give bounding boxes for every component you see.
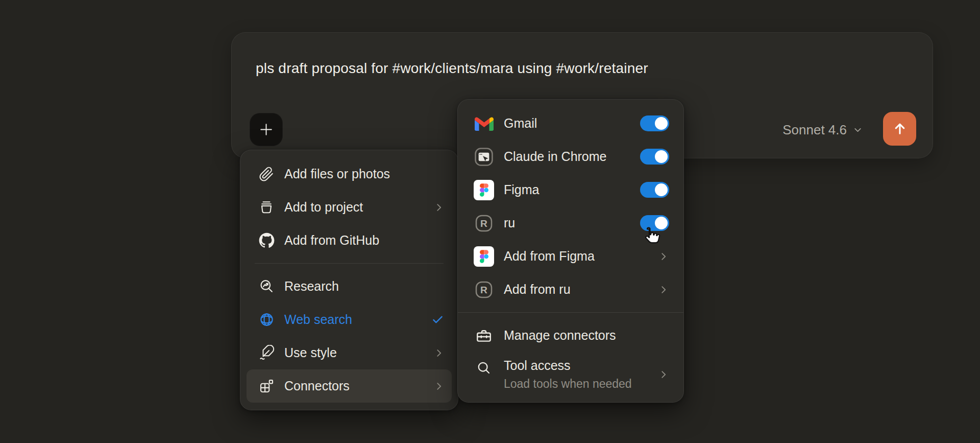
paperclip-icon — [258, 167, 275, 182]
menu-item-web-search[interactable]: Web search — [247, 303, 452, 336]
figma-icon — [472, 245, 496, 268]
quill-icon — [258, 345, 275, 361]
menu-divider — [255, 263, 444, 264]
chevron-down-icon — [852, 125, 863, 135]
connector-row-claude-in-chrome[interactable]: Claude in Chrome — [458, 140, 683, 173]
add-content-button[interactable] — [250, 113, 283, 146]
plus-icon — [258, 121, 275, 138]
figma-icon — [472, 178, 496, 202]
gmail-icon — [472, 112, 496, 135]
model-label: Sonnet 4.6 — [782, 122, 847, 138]
menu-item-add-to-project[interactable]: Add to project — [247, 191, 452, 224]
research-icon — [258, 278, 275, 294]
svg-text:R: R — [480, 285, 487, 295]
toggle-knob — [655, 217, 668, 229]
arrow-up-icon — [892, 121, 908, 137]
chevron-right-icon — [433, 202, 445, 213]
toggle-knob — [655, 150, 668, 163]
menu-item-add-from-figma[interactable]: Add from Figma — [458, 240, 683, 273]
menu-divider — [458, 312, 683, 313]
github-icon — [258, 232, 275, 248]
menu-item-research[interactable]: Research — [247, 270, 452, 303]
chevron-right-icon — [433, 347, 445, 359]
toggle-knob — [655, 117, 668, 130]
menu-item-add-from-github[interactable]: Add from GitHub — [247, 224, 452, 257]
menu-item-add-from-ru[interactable]: R Add from ru — [458, 273, 683, 306]
chevron-right-icon — [658, 251, 669, 262]
ru-icon: R — [472, 212, 496, 235]
globe-icon — [258, 312, 275, 328]
prompt-input[interactable]: pls draft proposal for #work/clients/mar… — [256, 60, 648, 77]
menu-item-connectors[interactable]: Connectors — [247, 369, 452, 403]
connector-row-gmail[interactable]: Gmail — [458, 107, 683, 140]
connector-row-ru[interactable]: R ru — [458, 206, 683, 240]
search-icon — [472, 360, 496, 376]
chevron-right-icon — [658, 369, 669, 380]
svg-text:R: R — [480, 218, 487, 229]
figma-toggle[interactable] — [640, 182, 669, 198]
chevron-right-icon — [433, 381, 445, 392]
claude-in-chrome-icon — [472, 145, 496, 169]
model-selector[interactable]: Sonnet 4.6 — [782, 120, 863, 140]
send-button[interactable] — [883, 112, 916, 146]
toggle-knob — [655, 183, 668, 196]
connector-row-figma[interactable]: Figma — [458, 173, 683, 206]
tool-access-label: Tool access — [504, 358, 632, 373]
ru-icon: R — [472, 278, 496, 301]
connectors-submenu: Gmail Claude in Chrome — [457, 99, 684, 403]
menu-item-use-style[interactable]: Use style — [247, 336, 452, 369]
check-icon — [431, 313, 445, 327]
tool-access-sublabel: Load tools when needed — [504, 377, 632, 391]
claude-in-chrome-toggle[interactable] — [640, 149, 669, 165]
connectors-icon — [258, 379, 275, 394]
menu-item-manage-connectors[interactable]: Manage connectors — [458, 319, 683, 352]
menu-item-add-files[interactable]: Add files or photos — [247, 157, 452, 191]
ru-toggle[interactable] — [640, 215, 669, 231]
toolbox-icon — [472, 324, 496, 347]
attachment-menu: Add files or photos Add to project Add f… — [240, 150, 458, 410]
gmail-toggle[interactable] — [640, 115, 669, 131]
chevron-right-icon — [658, 284, 669, 295]
project-box-icon — [258, 200, 275, 215]
menu-item-tool-access[interactable]: Tool access Load tools when needed — [458, 352, 683, 395]
